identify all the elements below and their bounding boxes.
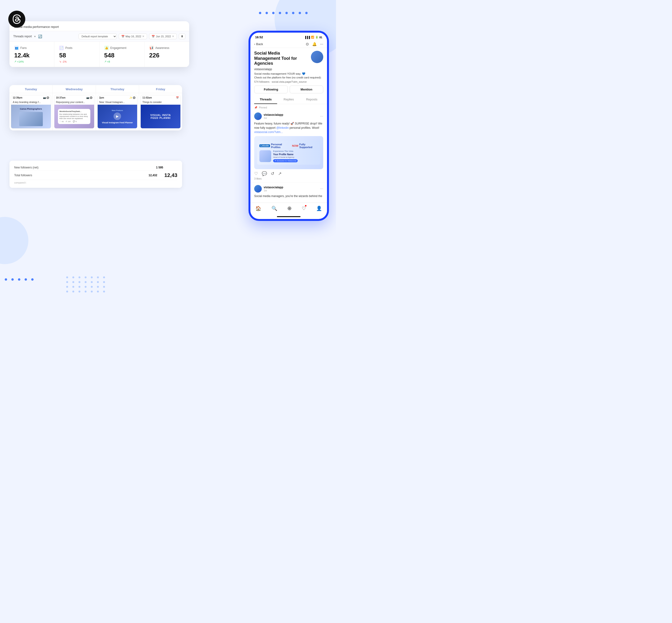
date-to-value: Jun 15, 2022: [156, 35, 171, 38]
cal-col-thursday: Thursday 2pm ✨ 🔘 New: Visual Instagram..…: [96, 85, 139, 130]
back-button[interactable]: ‹ Back: [254, 42, 263, 46]
profile-avatar: [311, 51, 323, 63]
date-from-value: May 16, 2022: [125, 35, 141, 38]
stat-change-engagement: ↗ +8: [104, 60, 140, 63]
banner-avatar: [259, 150, 271, 162]
status-icons: ▐▐▐ 📶 🔋 81: [304, 36, 322, 39]
cal-post-friday: 11:02am 📅 Things to consider VISUAL INST…: [140, 95, 180, 128]
post-image-inner-1: LinkedIn Personal Profiles NOW Fully Sup…: [254, 136, 323, 169]
cal-day-wednesday: Wednesday: [53, 85, 96, 93]
stat-card-engagement: 👍 Engagement 548 ↗ +8: [100, 42, 144, 67]
report-bar: Threads report ▼ 🔄 Default report templa…: [9, 31, 189, 42]
cal-post-title-tuesday: A key branding strategy f...: [11, 100, 51, 105]
back-chevron-icon: ‹: [254, 42, 255, 46]
instagram-nav-icon[interactable]: ⊙: [306, 42, 309, 46]
post-time-2: 1w: [264, 189, 283, 192]
download-button[interactable]: ⬇: [179, 34, 186, 39]
comment-button-1[interactable]: 💬: [262, 171, 267, 176]
wifi-icon: 📶: [311, 36, 314, 39]
post-actions-1: ♡ 💬 ↺ ↗: [254, 171, 323, 176]
post-text-2: Social media managers, you're the wizard…: [254, 194, 323, 198]
profile-actions: Following Mention: [254, 86, 323, 93]
profile-nav-icon[interactable]: 👤: [316, 206, 322, 211]
arrow-down-icon: ↘: [59, 60, 61, 63]
stat-label-fans: 👥 Fans: [14, 46, 49, 50]
post-link-1[interactable]: vistasocial.com/?utm...: [254, 130, 283, 134]
post-feed: 📌 Pinned vistasocialapp 1w ···: [250, 104, 327, 203]
cal-post-tuesday: 12:39pm 📷 🔘 A key branding strategy f...…: [11, 95, 51, 128]
cal-post-time-thursday: 2pm: [99, 96, 104, 99]
date-to-close[interactable]: ✕: [172, 35, 174, 38]
feed-post-1: vistasocialapp 1w ··· Feature heavy, fut…: [250, 110, 327, 183]
cal-col-friday: Friday 11:02am 📅 Things to consider VISU…: [139, 85, 182, 130]
post-user-2: vistasocialapp 1w: [254, 185, 283, 192]
new-followers-label: New followers (net): [14, 166, 38, 169]
search-nav-icon[interactable]: 🔍: [272, 206, 277, 211]
banner-content: Experience The Vista Your Profile Name H…: [259, 150, 318, 162]
template-select[interactable]: Default report template: [79, 34, 117, 39]
post-more-1[interactable]: ···: [320, 114, 323, 118]
posts-icon: 📄: [59, 46, 64, 50]
tab-replies[interactable]: Replies: [277, 95, 300, 104]
threads-logo-circle: [8, 11, 25, 28]
phone-nav-bar: ‹ Back ⊙ 🔔 ···: [250, 40, 327, 48]
stat-value-awareness: 226: [149, 52, 185, 59]
compared-label: compared t: [14, 181, 177, 184]
chevron-down-icon[interactable]: ▼: [34, 35, 36, 38]
banner-big-text: Your Profile Name: [273, 153, 318, 156]
compose-nav-icon[interactable]: ⊕: [287, 205, 291, 211]
dot-grid-top: [259, 12, 308, 14]
linkedin-mention[interactable]: @linkedin: [276, 126, 289, 129]
phone-status-bar: 16:52 ▐▐▐ 📶 🔋 81: [250, 33, 327, 40]
profile-handle: vistasocialapp: [254, 67, 323, 71]
cal-post-icons-thursday: ✨ 🔘: [129, 96, 136, 99]
date-from-pill[interactable]: 📅 May 16, 2022 ✕: [119, 34, 147, 39]
feed-post-2: vistasocialapp 1w ··· Social media manag…: [250, 183, 327, 203]
post-username-1: vistasocialapp: [264, 113, 283, 116]
stat-value-posts: 58: [59, 52, 94, 59]
post-header-1: vistasocialapp 1w ···: [254, 113, 323, 120]
more-nav-icon[interactable]: ···: [320, 42, 323, 46]
tab-threads[interactable]: Threads: [254, 95, 277, 104]
cal-post-icons-friday: 📅: [176, 96, 179, 99]
engagement-icon: 👍: [104, 46, 109, 50]
tab-reposts[interactable]: Reposts: [300, 95, 323, 104]
date-to-pill[interactable]: 📅 Jun 15, 2022 ✕: [149, 34, 177, 39]
threads-small-icon-3: 🔘: [133, 96, 136, 99]
mention-button[interactable]: Mention: [290, 86, 323, 93]
cal-post-icons-wednesday: 📷 🔘: [86, 96, 92, 99]
cal-post-img-wednesday: WorkInSocialTheySaid... the relationship…: [54, 105, 94, 128]
post-time-1: 1w: [264, 116, 283, 119]
cal-post-wednesday: 10:37am 📷 🔘 Repurposing your content... …: [54, 95, 94, 128]
heart-notification-dot: [305, 205, 306, 206]
cal-post-time-tuesday: 12:39pm: [13, 96, 23, 99]
notification-nav-icon[interactable]: 🔔: [312, 42, 317, 46]
cal-day-thursday: Thursday: [96, 85, 139, 93]
profile-section: Social Media Management Tool for Agencie…: [250, 48, 327, 95]
stat-value-engagement: 548: [104, 52, 140, 59]
phone-frame: 16:52 ▐▐▐ 📶 🔋 81 ‹ Back ⊙ 🔔 ···: [249, 31, 329, 221]
phone-time: 16:52: [255, 35, 263, 39]
following-button[interactable]: Following: [254, 86, 288, 93]
share-button-1[interactable]: ↗: [278, 171, 282, 176]
heart-nav-icon[interactable]: ♡: [302, 206, 306, 211]
cal-post-meta-friday: 11:02am 📅: [141, 95, 180, 100]
stats-row: 👥 Fans 12.4k ↗ +14% 📄 Posts 58 ↘ -1%: [9, 42, 189, 67]
date-from-close[interactable]: ✕: [142, 35, 144, 38]
post-avatar-1: [254, 113, 262, 120]
like-button-1[interactable]: ♡: [254, 171, 258, 176]
post-user-1: vistasocialapp 1w: [254, 113, 283, 120]
cal-post-meta-thursday: 2pm ✨ 🔘: [97, 95, 137, 100]
cal-post-title-friday: Things to consider: [141, 100, 180, 105]
cal-day-friday: Friday: [139, 85, 182, 93]
refresh-icon[interactable]: 🔄: [38, 34, 42, 38]
repost-button-1[interactable]: ↺: [271, 171, 274, 176]
phone-container: 16:52 ▐▐▐ 📶 🔋 81 ‹ Back ⊙ 🔔 ···: [249, 31, 329, 221]
linkedin-banner-title: LinkedIn Personal Profiles NOW Fully Sup…: [259, 143, 318, 149]
home-nav-icon[interactable]: 🏠: [255, 206, 261, 211]
profile-tabs: Threads Replies Reposts: [250, 95, 327, 104]
post-more-2[interactable]: ···: [320, 187, 323, 191]
banner-text: Experience The Vista Your Profile Name H…: [273, 150, 318, 162]
battery-percent: 81: [319, 36, 322, 39]
cal-col-wednesday: Wednesday 10:37am 📷 🔘 Repurposing your c…: [53, 85, 96, 130]
